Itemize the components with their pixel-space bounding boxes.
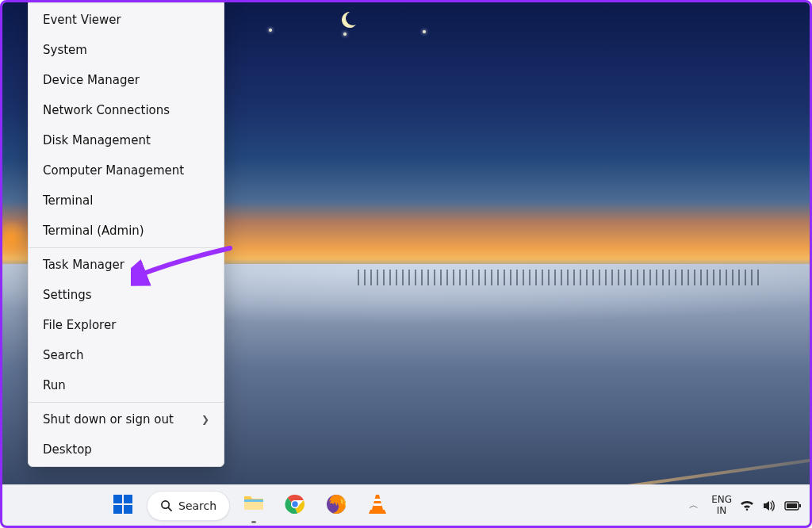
menu-separator [29,402,224,403]
svg-point-10 [292,501,297,507]
menu-item-system[interactable]: System [29,35,224,65]
svg-rect-12 [374,499,381,501]
svg-rect-1 [124,495,132,503]
windows-logo-icon [113,494,133,518]
star-icon [343,33,347,36]
language-primary: ENG [711,495,732,505]
system-tray: ︿ ENG IN [684,485,802,526]
menu-item-label: Disk Management [43,133,151,147]
menu-item-terminal-admin[interactable]: Terminal (Admin) [29,216,224,246]
start-context-menu[interactable]: Event Viewer System Device Manager Netwo… [28,2,224,467]
taskbar-app-vlc[interactable] [360,490,395,522]
chevron-right-icon: ❯ [201,414,209,425]
language-indicator[interactable]: ENG IN [711,495,732,515]
menu-item-computer-management[interactable]: Computer Management [29,155,224,186]
wallpaper-treeline [358,270,761,285]
taskbar-app-firefox[interactable] [319,490,354,522]
menu-item-network-connections[interactable]: Network Connections [29,95,224,125]
svg-rect-13 [373,503,382,506]
speaker-icon[interactable] [762,499,776,513]
menu-item-label: Terminal [43,193,93,208]
menu-item-label: Terminal (Admin) [43,224,144,238]
menu-item-terminal[interactable]: Terminal [29,186,224,216]
star-icon [423,30,426,33]
menu-item-label: Device Manager [43,73,140,87]
svg-rect-16 [799,504,801,507]
taskbar: Search [2,484,810,526]
folder-icon [243,492,265,515]
tray-overflow-button[interactable]: ︿ [684,495,703,515]
chrome-icon [285,494,305,518]
firefox-icon [326,494,347,518]
svg-rect-2 [113,505,122,514]
chevron-up-icon: ︿ [689,499,699,511]
menu-item-label: File Explorer [43,318,116,332]
start-button[interactable] [105,490,140,522]
menu-item-search[interactable]: Search [29,340,224,370]
vlc-icon [368,494,387,518]
wifi-icon[interactable] [740,499,754,513]
search-icon [160,499,172,511]
menu-item-file-explorer[interactable]: File Explorer [29,310,224,340]
menu-item-task-manager[interactable]: Task Manager [29,250,224,280]
svg-line-5 [168,507,171,511]
taskbar-app-file-explorer[interactable] [236,488,271,523]
taskbar-search-label: Search [178,499,216,512]
menu-item-label: Desktop [43,442,92,457]
menu-item-run[interactable]: Run [29,370,224,400]
moon-icon [339,10,358,29]
svg-rect-3 [124,505,132,514]
menu-item-desktop[interactable]: Desktop [29,434,224,465]
svg-rect-7 [244,499,263,502]
running-indicator [251,521,256,523]
menu-item-settings[interactable]: Settings [29,280,224,310]
menu-item-label: Settings [43,288,92,302]
language-secondary: IN [711,506,732,516]
menu-item-label: Search [43,348,84,362]
taskbar-center: Search [105,488,395,523]
menu-item-event-viewer[interactable]: Event Viewer [29,5,224,35]
menu-item-label: Event Viewer [43,13,121,27]
menu-item-label: Shut down or sign out [43,412,174,427]
viewport: Event Viewer System Device Manager Netwo… [0,0,812,528]
menu-item-label: Task Manager [43,258,124,272]
menu-item-disk-management[interactable]: Disk Management [29,125,224,155]
menu-item-label: Network Connections [43,103,170,117]
menu-item-device-manager[interactable]: Device Manager [29,65,224,95]
star-icon [269,29,272,32]
svg-rect-0 [113,495,122,503]
menu-separator [29,247,224,248]
menu-item-label: Run [43,378,66,392]
menu-item-shutdown-signout[interactable]: Shut down or sign out ❯ [29,404,224,434]
svg-rect-15 [787,503,797,508]
taskbar-app-chrome[interactable] [278,490,312,522]
menu-item-label: Computer Management [43,163,184,178]
taskbar-search[interactable]: Search [147,491,230,521]
menu-item-label: System [43,43,87,57]
battery-icon[interactable] [784,500,802,511]
